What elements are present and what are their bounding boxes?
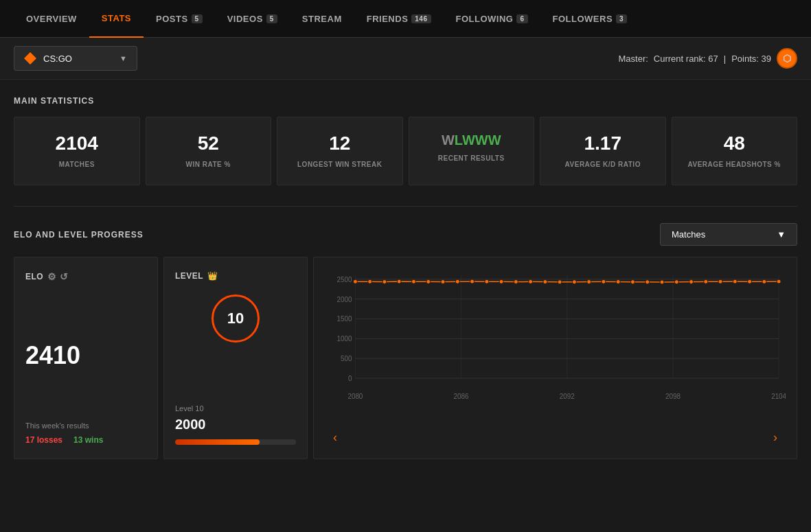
svg-point-28 [441, 280, 445, 284]
rank-separator: | [724, 54, 726, 64]
elo-losses: 17 losses [25, 435, 62, 445]
stat-label-2: LONGEST WIN STREAK [288, 160, 391, 170]
nav-badge-videos: 5 [266, 14, 277, 23]
points-text: Points: 39 [731, 54, 771, 64]
svg-point-25 [397, 279, 401, 284]
svg-text:2500: 2500 [337, 276, 352, 284]
chart-container: 0500100015002000250020802086209220982104… [313, 257, 797, 459]
svg-text:1000: 1000 [337, 335, 352, 343]
nav-item-following[interactable]: FOLLOWING6 [444, 0, 540, 38]
svg-point-31 [485, 279, 489, 284]
nav-item-stream[interactable]: STREAM [290, 0, 354, 38]
stat-card-3: WLWWWRECENT RESULTS [409, 117, 535, 185]
rank-text: Current rank: 67 [654, 54, 718, 64]
stat-label-4: AVERAGE K/D RATIO [551, 160, 654, 170]
elo-title: ELO ⚙ ↺ [25, 271, 146, 282]
chart-next-button[interactable]: › [768, 428, 783, 448]
matches-dropdown[interactable]: Matches ▼ [660, 223, 797, 246]
nav-item-posts[interactable]: POSTS5 [144, 0, 215, 38]
svg-point-33 [514, 279, 518, 284]
svg-point-29 [455, 279, 459, 284]
level-progress-bar [175, 439, 296, 445]
svg-point-26 [412, 279, 416, 284]
dropdown-chevron-icon: ▼ [777, 229, 786, 240]
level-circle: 10 [212, 294, 260, 343]
elo-card: ELO ⚙ ↺ 2410 This week's results 17 loss… [14, 257, 158, 459]
elo-results: 17 losses 13 wins [25, 435, 146, 445]
stat-value-0: 2104 [25, 132, 128, 154]
stat-value-4: 1.17 [551, 132, 654, 154]
svg-point-40 [616, 279, 620, 284]
stat-label-0: MATCHES [25, 160, 128, 170]
nav-badge-followers: 3 [616, 14, 627, 23]
stat-card-5: 48AVERAGE HEADSHOTS % [672, 117, 798, 185]
stat-value-2: 12 [288, 132, 391, 154]
svg-point-22 [353, 279, 357, 284]
crown-icon: 👑 [207, 271, 218, 281]
rank-info: Master: Current rank: 67 | Points: 39 ⬡ [619, 48, 798, 69]
svg-point-30 [470, 279, 475, 284]
svg-point-34 [529, 279, 533, 284]
svg-point-24 [382, 280, 387, 284]
nav-item-overview[interactable]: OVERVIEW [14, 0, 89, 38]
nav-item-followers[interactable]: FOLLOWERS3 [540, 0, 640, 38]
nav-item-stats[interactable]: STATS [89, 0, 144, 38]
chevron-down-icon: ▼ [119, 54, 127, 62]
nav-badge-friends: 146 [411, 14, 431, 23]
svg-text:2000: 2000 [337, 296, 352, 303]
elo-wins: 13 wins [73, 435, 103, 445]
level-xp: 2000 [175, 417, 206, 432]
nav-item-friends[interactable]: FRIENDS146 [354, 0, 444, 38]
elo-section-title: ELO AND LEVEL PROGRESS [14, 230, 144, 240]
nav-badge-following: 6 [516, 14, 527, 23]
svg-point-35 [543, 280, 547, 284]
game-selector[interactable]: CS:GO ▼ [14, 46, 137, 71]
stat-card-2: 12LONGEST WIN STREAK [277, 117, 403, 185]
svg-text:500: 500 [341, 355, 352, 362]
level-number: 10 [227, 310, 244, 327]
svg-point-45 [689, 280, 694, 284]
svg-text:0: 0 [348, 375, 352, 382]
svg-point-32 [499, 279, 503, 284]
stats-grid: 2104MATCHES52WIN RATE %12LONGEST WIN STR… [14, 117, 797, 185]
svg-point-41 [631, 280, 635, 284]
game-icon [24, 52, 36, 65]
svg-point-36 [558, 280, 562, 284]
svg-text:2080: 2080 [347, 393, 363, 400]
stat-label-3: RECENT RESULTS [420, 154, 523, 163]
chart-nav: ‹ › [325, 428, 786, 448]
svg-text:1500: 1500 [337, 315, 352, 323]
elo-settings-icon: ⚙ ↺ [47, 271, 68, 282]
stat-card-1: 52WIN RATE % [146, 117, 272, 185]
dropdown-label: Matches [672, 229, 705, 240]
svg-text:2092: 2092 [560, 393, 575, 400]
nav-item-videos[interactable]: VIDEOS5 [215, 0, 290, 38]
stat-card-4: 1.17AVERAGE K/D RATIO [540, 117, 666, 185]
svg-text:2104: 2104 [771, 393, 786, 400]
svg-point-42 [646, 280, 650, 284]
nav-items: OVERVIEWSTATSPOSTS5VIDEOS5STREAMFRIENDS1… [14, 0, 639, 38]
svg-text:2098: 2098 [665, 393, 681, 400]
main-content: MAIN STATISTICS 2104MATCHES52WIN RATE %1… [0, 80, 811, 476]
svg-point-49 [748, 279, 752, 284]
stat-label-1: WIN RATE % [157, 160, 260, 170]
chart-prev-button[interactable]: ‹ [328, 428, 343, 448]
nav-bar: OVERVIEWSTATSPOSTS5VIDEOS5STREAMFRIENDS1… [0, 0, 811, 38]
svg-point-51 [777, 279, 781, 284]
nav-badge-posts: 5 [192, 14, 203, 23]
level-label: Level 10 [175, 404, 204, 413]
stat-value-1: 52 [157, 132, 260, 154]
svg-point-27 [426, 279, 431, 284]
svg-point-43 [660, 280, 664, 284]
rank-icon: ⬡ [777, 48, 797, 69]
svg-point-38 [587, 280, 591, 284]
level-title: Level 👑 [175, 271, 218, 281]
svg-point-37 [572, 280, 576, 284]
svg-point-39 [602, 279, 606, 284]
stat-value-5: 48 [683, 132, 786, 154]
svg-point-44 [674, 280, 678, 284]
progress-bar-fill [175, 439, 260, 445]
level-card: Level 👑 10 Level 10 2000 [163, 257, 308, 459]
elo-section-header: ELO AND LEVEL PROGRESS Matches ▼ [14, 223, 797, 246]
svg-point-23 [368, 279, 372, 284]
